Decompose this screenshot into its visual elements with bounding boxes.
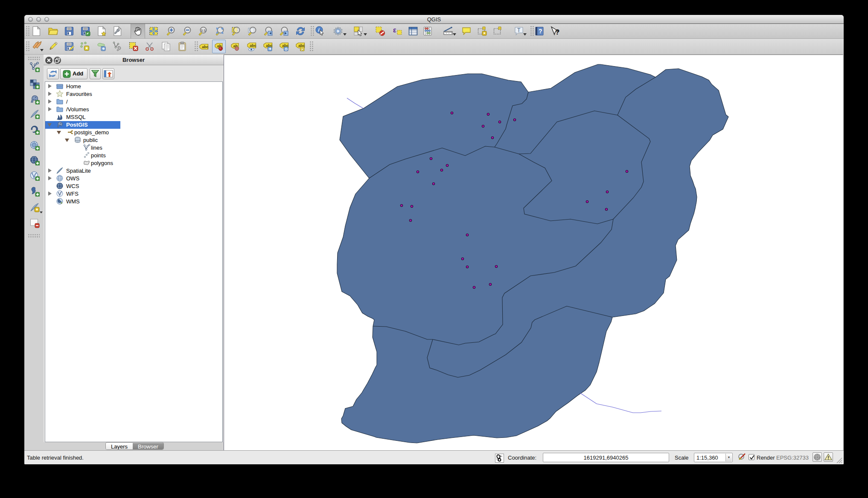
svg-text:T: T <box>517 27 521 33</box>
svg-text:?: ? <box>539 28 542 35</box>
svg-text:?: ? <box>555 28 559 36</box>
svg-text:1:1: 1:1 <box>201 29 206 32</box>
svg-text:ε: ε <box>393 26 396 34</box>
